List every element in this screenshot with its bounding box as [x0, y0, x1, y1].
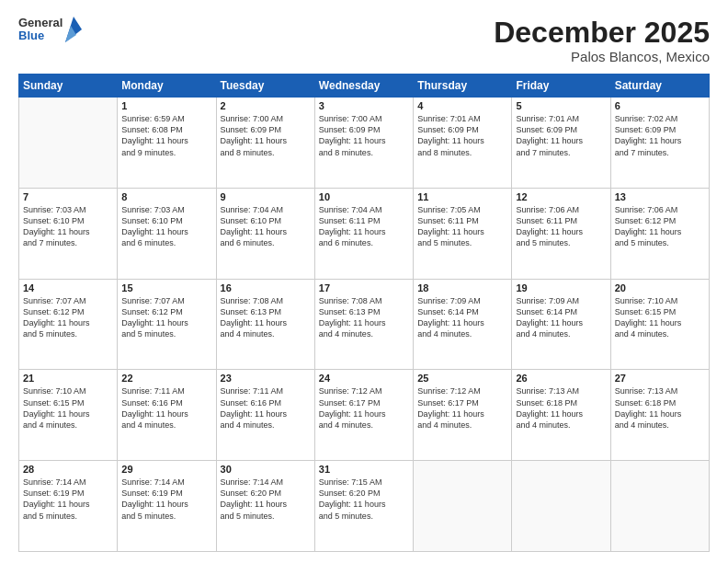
- day-number: 11: [417, 191, 507, 202]
- header: General Blue December 2025 Palos Blancos…: [18, 17, 710, 64]
- day-number: 19: [516, 282, 606, 293]
- day-number: 6: [615, 100, 705, 111]
- day-number: 1: [121, 100, 211, 111]
- day-info: Sunrise: 7:00 AMSunset: 6:09 PMDaylight:…: [221, 113, 311, 158]
- table-row: 12Sunrise: 7:06 AMSunset: 6:11 PMDayligh…: [512, 188, 610, 279]
- calendar-week-row: 21Sunrise: 7:10 AMSunset: 6:15 PMDayligh…: [19, 370, 710, 461]
- calendar-table: Sunday Monday Tuesday Wednesday Thursday…: [18, 74, 710, 552]
- table-row: 17Sunrise: 7:08 AMSunset: 6:13 PMDayligh…: [314, 279, 413, 370]
- day-number: 31: [319, 464, 409, 475]
- day-info: Sunrise: 7:01 AMSunset: 6:09 PMDaylight:…: [516, 113, 606, 158]
- table-row: [610, 461, 709, 552]
- day-info: Sunrise: 7:05 AMSunset: 6:11 PMDaylight:…: [417, 204, 507, 249]
- day-info: Sunrise: 7:13 AMSunset: 6:18 PMDaylight:…: [516, 385, 606, 431]
- table-row: [19, 98, 118, 189]
- header-wednesday: Wednesday: [314, 75, 413, 98]
- table-row: 10Sunrise: 7:04 AMSunset: 6:11 PMDayligh…: [314, 188, 413, 279]
- calendar-week-row: 14Sunrise: 7:07 AMSunset: 6:12 PMDayligh…: [19, 279, 710, 370]
- day-info: Sunrise: 7:00 AMSunset: 6:09 PMDaylight:…: [319, 113, 409, 158]
- calendar-header-row: Sunday Monday Tuesday Wednesday Thursday…: [19, 75, 710, 98]
- day-number: 27: [615, 373, 705, 384]
- table-row: 20Sunrise: 7:10 AMSunset: 6:15 PMDayligh…: [610, 279, 709, 370]
- day-number: 22: [121, 373, 211, 384]
- header-sunday: Sunday: [19, 75, 118, 98]
- day-number: 17: [319, 282, 409, 293]
- day-number: 26: [516, 373, 606, 384]
- table-row: 16Sunrise: 7:08 AMSunset: 6:13 PMDayligh…: [216, 279, 314, 370]
- table-row: 22Sunrise: 7:11 AMSunset: 6:16 PMDayligh…: [118, 370, 216, 461]
- table-row: 1Sunrise: 6:59 AMSunset: 6:08 PMDaylight…: [118, 98, 216, 189]
- day-info: Sunrise: 7:15 AMSunset: 6:20 PMDaylight:…: [319, 477, 409, 522]
- page: General Blue December 2025 Palos Blancos…: [0, 0, 728, 563]
- day-info: Sunrise: 7:07 AMSunset: 6:12 PMDaylight:…: [23, 295, 113, 340]
- logo-general: General: [18, 17, 63, 29]
- title-block: December 2025 Palos Blancos, Mexico: [494, 17, 710, 64]
- day-info: Sunrise: 7:14 AMSunset: 6:19 PMDaylight:…: [23, 477, 113, 522]
- header-tuesday: Tuesday: [216, 75, 314, 98]
- logo-blue: Blue: [18, 29, 63, 42]
- day-number: 3: [319, 100, 409, 111]
- day-number: 4: [417, 100, 507, 111]
- day-number: 29: [121, 464, 211, 475]
- table-row: 23Sunrise: 7:11 AMSunset: 6:16 PMDayligh…: [216, 370, 314, 461]
- table-row: 8Sunrise: 7:03 AMSunset: 6:10 PMDaylight…: [118, 188, 216, 279]
- table-row: 4Sunrise: 7:01 AMSunset: 6:09 PMDaylight…: [414, 98, 512, 189]
- day-info: Sunrise: 7:14 AMSunset: 6:19 PMDaylight:…: [121, 477, 211, 522]
- day-number: 20: [615, 282, 705, 293]
- day-info: Sunrise: 7:08 AMSunset: 6:13 PMDaylight:…: [221, 295, 311, 340]
- table-row: 15Sunrise: 7:07 AMSunset: 6:12 PMDayligh…: [118, 279, 216, 370]
- table-row: 19Sunrise: 7:09 AMSunset: 6:14 PMDayligh…: [512, 279, 610, 370]
- logo: General Blue: [18, 17, 82, 43]
- day-info: Sunrise: 7:11 AMSunset: 6:16 PMDaylight:…: [221, 385, 311, 431]
- day-number: 28: [23, 464, 113, 475]
- day-info: Sunrise: 7:09 AMSunset: 6:14 PMDaylight:…: [516, 295, 606, 340]
- day-number: 25: [417, 373, 507, 384]
- day-info: Sunrise: 7:02 AMSunset: 6:09 PMDaylight:…: [615, 113, 705, 158]
- day-number: 5: [516, 100, 606, 111]
- header-monday: Monday: [118, 75, 216, 98]
- day-info: Sunrise: 7:10 AMSunset: 6:15 PMDaylight:…: [615, 295, 705, 340]
- day-number: 8: [121, 191, 211, 202]
- logo-bird-icon: [65, 17, 82, 42]
- day-number: 23: [221, 373, 311, 384]
- day-info: Sunrise: 7:10 AMSunset: 6:15 PMDaylight:…: [23, 385, 113, 431]
- table-row: 21Sunrise: 7:10 AMSunset: 6:15 PMDayligh…: [19, 370, 118, 461]
- day-info: Sunrise: 7:12 AMSunset: 6:17 PMDaylight:…: [417, 385, 507, 431]
- day-number: 10: [319, 191, 409, 202]
- table-row: 24Sunrise: 7:12 AMSunset: 6:17 PMDayligh…: [314, 370, 413, 461]
- day-number: 15: [121, 282, 211, 293]
- day-number: 7: [23, 191, 113, 202]
- day-number: 2: [221, 100, 311, 111]
- table-row: 18Sunrise: 7:09 AMSunset: 6:14 PMDayligh…: [414, 279, 512, 370]
- day-number: 16: [221, 282, 311, 293]
- day-info: Sunrise: 7:01 AMSunset: 6:09 PMDaylight:…: [417, 113, 507, 158]
- table-row: 26Sunrise: 7:13 AMSunset: 6:18 PMDayligh…: [512, 370, 610, 461]
- table-row: [512, 461, 610, 552]
- header-thursday: Thursday: [414, 75, 512, 98]
- day-info: Sunrise: 6:59 AMSunset: 6:08 PMDaylight:…: [121, 113, 211, 158]
- table-row: 29Sunrise: 7:14 AMSunset: 6:19 PMDayligh…: [118, 461, 216, 552]
- table-row: 25Sunrise: 7:12 AMSunset: 6:17 PMDayligh…: [414, 370, 512, 461]
- table-row: 30Sunrise: 7:14 AMSunset: 6:20 PMDayligh…: [216, 461, 314, 552]
- table-row: 31Sunrise: 7:15 AMSunset: 6:20 PMDayligh…: [314, 461, 413, 552]
- day-info: Sunrise: 7:04 AMSunset: 6:11 PMDaylight:…: [319, 204, 409, 249]
- logo-text: General Blue: [18, 17, 63, 43]
- day-info: Sunrise: 7:09 AMSunset: 6:14 PMDaylight:…: [417, 295, 507, 340]
- calendar-week-row: 28Sunrise: 7:14 AMSunset: 6:19 PMDayligh…: [19, 461, 710, 552]
- month-year-title: December 2025: [494, 17, 710, 49]
- table-row: 6Sunrise: 7:02 AMSunset: 6:09 PMDaylight…: [610, 98, 709, 189]
- day-info: Sunrise: 7:11 AMSunset: 6:16 PMDaylight:…: [121, 385, 211, 431]
- day-number: 9: [221, 191, 311, 202]
- day-info: Sunrise: 7:14 AMSunset: 6:20 PMDaylight:…: [221, 477, 311, 522]
- table-row: 27Sunrise: 7:13 AMSunset: 6:18 PMDayligh…: [610, 370, 709, 461]
- day-info: Sunrise: 7:06 AMSunset: 6:12 PMDaylight:…: [615, 204, 705, 249]
- table-row: 5Sunrise: 7:01 AMSunset: 6:09 PMDaylight…: [512, 98, 610, 189]
- day-info: Sunrise: 7:08 AMSunset: 6:13 PMDaylight:…: [319, 295, 409, 340]
- table-row: 28Sunrise: 7:14 AMSunset: 6:19 PMDayligh…: [19, 461, 118, 552]
- table-row: 13Sunrise: 7:06 AMSunset: 6:12 PMDayligh…: [610, 188, 709, 279]
- day-number: 24: [319, 373, 409, 384]
- day-info: Sunrise: 7:06 AMSunset: 6:11 PMDaylight:…: [516, 204, 606, 249]
- day-number: 13: [615, 191, 705, 202]
- table-row: [414, 461, 512, 552]
- table-row: 7Sunrise: 7:03 AMSunset: 6:10 PMDaylight…: [19, 188, 118, 279]
